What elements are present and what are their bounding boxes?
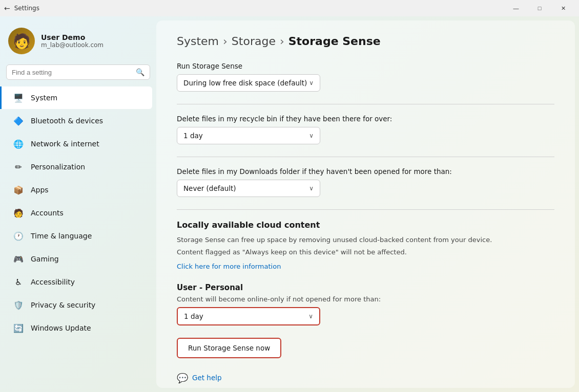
sidebar-item-gaming[interactable]: 🎮 Gaming	[4, 248, 152, 270]
run-btn-container: Run Storage Sense now	[177, 338, 554, 358]
divider-1	[177, 104, 554, 104]
accounts-icon: 🧑	[12, 207, 25, 219]
sidebar-item-label: Apps	[31, 186, 49, 194]
cloud-section-title: Locally available cloud content	[177, 220, 554, 230]
divider-2	[177, 157, 554, 157]
back-button[interactable]: ←	[4, 4, 10, 12]
sidebar-item-time[interactable]: 🕐 Time & language	[4, 225, 152, 247]
sidebar-item-label: Gaming	[31, 255, 59, 263]
gaming-icon: 🎮	[12, 253, 25, 265]
delete-downloads-group: Delete files in my Downloads folder if t…	[177, 167, 554, 197]
delete-downloads-dropdown[interactable]: Never (default) ∨	[177, 180, 320, 197]
app-body: 🧑 User Demo m_lab@outlook.com 🔍 🖥️ Syste…	[0, 16, 579, 392]
run-storage-sense-dropdown[interactable]: During low free disk space (default) ∨	[177, 74, 320, 92]
sidebar-item-label: Bluetooth & devices	[31, 117, 103, 125]
sidebar-item-label: Personalization	[31, 163, 85, 171]
breadcrumb-sep-2: ›	[280, 35, 284, 48]
breadcrumb-storage[interactable]: Storage	[232, 35, 276, 48]
time-icon: 🕐	[12, 230, 25, 242]
sidebar: 🧑 User Demo m_lab@outlook.com 🔍 🖥️ Syste…	[0, 16, 156, 392]
delete-downloads-label: Delete files in my Downloads folder if t…	[177, 167, 554, 176]
network-icon: 🌐	[12, 138, 25, 150]
sidebar-item-label: Privacy & security	[31, 301, 95, 309]
sidebar-item-accessibility[interactable]: ♿ Accessibility	[4, 271, 152, 293]
user-content-dropdown[interactable]: 1 day ∨	[177, 307, 320, 325]
window-controls: — □ ✕	[504, 0, 575, 16]
user-name: User Demo	[41, 33, 104, 41]
update-icon: 🔄	[12, 322, 25, 334]
sidebar-item-accounts[interactable]: 🧑 Accounts	[4, 202, 152, 224]
main-content: System › Storage › Storage Sense Run Sto…	[156, 20, 575, 388]
user-personal-section: User - Personal Content will become onli…	[177, 283, 554, 325]
user-email: m_lab@outlook.com	[41, 41, 104, 49]
system-icon: 🖥️	[12, 92, 25, 104]
privacy-icon: 🛡️	[12, 299, 25, 311]
bluetooth-icon: 🔷	[12, 115, 25, 127]
help-icon: 💬	[177, 373, 188, 383]
run-storage-sense-group: Run Storage Sense During low free disk s…	[177, 62, 554, 92]
search-icon: 🔍	[136, 68, 144, 76]
cloud-info-link[interactable]: Click here for more information	[177, 263, 281, 270]
help-section: 💬 Get help	[177, 373, 554, 383]
minimize-button[interactable]: —	[504, 0, 528, 16]
breadcrumb-system[interactable]: System	[177, 35, 219, 48]
user-content-label: Content will become online-only if not o…	[177, 295, 554, 303]
cloud-content-section: Locally available cloud content Storage …	[177, 220, 554, 271]
personalization-icon: ✏️	[12, 161, 25, 173]
delete-recycle-label: Delete files in my recycle bin if they h…	[177, 115, 554, 123]
sidebar-item-apps[interactable]: 📦 Apps	[4, 179, 152, 201]
apps-icon: 📦	[12, 184, 25, 196]
sidebar-item-label: System	[31, 94, 57, 102]
chevron-down-icon-3: ∨	[309, 185, 314, 192]
sidebar-item-network[interactable]: 🌐 Network & internet	[4, 133, 152, 155]
sidebar-item-label: Time & language	[31, 232, 92, 240]
run-storage-sense-now-button[interactable]: Run Storage Sense now	[177, 338, 281, 358]
app-title: Settings	[14, 5, 39, 12]
chevron-down-icon-2: ∨	[309, 132, 314, 139]
run-storage-sense-label: Run Storage Sense	[177, 62, 554, 70]
user-profile[interactable]: 🧑 User Demo m_lab@outlook.com	[0, 23, 156, 62]
breadcrumb-current: Storage Sense	[288, 35, 381, 48]
sidebar-item-personalization[interactable]: ✏️ Personalization	[4, 156, 152, 178]
delete-recycle-dropdown[interactable]: 1 day ∨	[177, 127, 320, 144]
avatar-icon: 🧑	[13, 33, 31, 50]
get-help-link[interactable]: Get help	[192, 374, 222, 382]
search-input[interactable]	[12, 69, 132, 76]
titlebar-left: ← Settings	[4, 4, 39, 12]
cloud-note: Content flagged as "Always keep on this …	[177, 248, 554, 256]
user-info: User Demo m_lab@outlook.com	[41, 33, 104, 49]
cloud-description: Storage Sense can free up space by remov…	[177, 235, 554, 245]
run-storage-sense-value: During low free disk space (default)	[183, 79, 307, 87]
sidebar-item-label: Accounts	[31, 209, 64, 217]
sidebar-item-label: Network & internet	[31, 140, 99, 148]
user-content-value: 1 day	[184, 312, 203, 320]
sidebar-item-bluetooth[interactable]: 🔷 Bluetooth & devices	[4, 110, 152, 132]
nav-list: 🖥️ System 🔷 Bluetooth & devices 🌐 Networ…	[0, 86, 156, 340]
sidebar-item-system[interactable]: 🖥️ System	[0, 86, 152, 109]
sidebar-item-label: Windows Update	[31, 324, 91, 332]
delete-recycle-value: 1 day	[183, 132, 203, 140]
delete-recycle-group: Delete files in my recycle bin if they h…	[177, 115, 554, 144]
breadcrumb-sep-1: ›	[223, 35, 228, 48]
maximize-button[interactable]: □	[528, 0, 551, 16]
chevron-down-icon-4: ∨	[308, 313, 313, 320]
search-box[interactable]: 🔍	[6, 64, 150, 80]
avatar: 🧑	[8, 28, 35, 54]
accessibility-icon: ♿	[12, 276, 25, 288]
titlebar: ← Settings — □ ✕	[0, 0, 579, 16]
close-button[interactable]: ✕	[551, 0, 575, 16]
delete-downloads-value: Never (default)	[183, 184, 236, 192]
chevron-down-icon: ∨	[309, 79, 314, 86]
breadcrumb: System › Storage › Storage Sense	[177, 35, 554, 48]
sidebar-item-privacy[interactable]: 🛡️ Privacy & security	[4, 294, 152, 316]
sidebar-item-label: Accessibility	[31, 278, 75, 286]
user-section-title: User - Personal	[177, 283, 554, 292]
divider-3	[177, 209, 554, 210]
sidebar-item-update[interactable]: 🔄 Windows Update	[4, 317, 152, 339]
